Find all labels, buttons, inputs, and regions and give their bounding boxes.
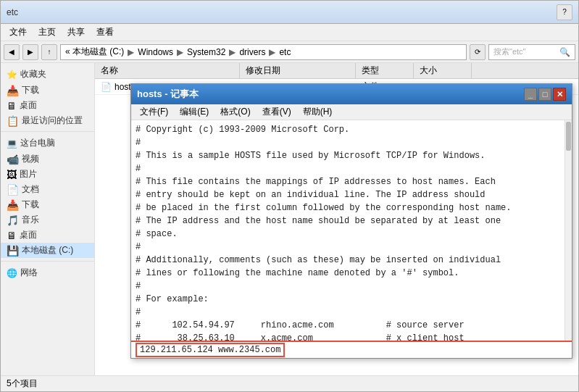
explorer-title: etc [7, 7, 557, 17]
header-name[interactable]: 名称 [95, 63, 240, 78]
help-button[interactable]: ? [557, 4, 572, 20]
music-icon: 🎵 [7, 214, 19, 226]
search-icon: 🔍 [559, 47, 570, 57]
recent-icon: 📋 [7, 115, 19, 127]
desktop2-icon: 🖥 [7, 230, 17, 241]
notepad-body: # Copyright (c) 1993-2009 Microsoft Corp… [131, 120, 572, 341]
notepad-input-line: 129.211.65.124 www.2345.com [131, 341, 572, 358]
documents-icon: 📄 [7, 184, 19, 196]
address-crumb-etc: etc [279, 47, 291, 57]
close-button[interactable]: ✕ [553, 88, 566, 101]
sidebar-item-desktop2[interactable]: 🖥 桌面 [1, 228, 94, 243]
menu-share[interactable]: 共享 [62, 25, 91, 40]
header-size[interactable]: 大小 [414, 63, 472, 78]
sidebar-item-music[interactable]: 🎵 音乐 [1, 212, 94, 228]
sidebar-separator2 [1, 261, 94, 262]
minimize-button[interactable]: _ [524, 88, 537, 101]
explorer-menubar: 文件 主页 共享 查看 [1, 24, 578, 41]
video-icon: 📹 [7, 154, 19, 165]
sidebar-item-localdisk[interactable]: 💾 本地磁盘 (C:) [1, 243, 94, 258]
sidebar-separator [1, 131, 94, 132]
notepad-content[interactable]: # Copyright (c) 1993-2009 Microsoft Corp… [131, 120, 565, 341]
address-crumb-drivers: drivers [239, 47, 265, 57]
menu-file[interactable]: 文件 [4, 25, 33, 40]
scrollbar[interactable] [565, 120, 572, 341]
forward-button[interactable]: ▶ [22, 44, 38, 60]
address-crumb-system32: System32 [187, 47, 225, 57]
maximize-button[interactable]: □ [538, 88, 551, 101]
menu-view[interactable]: 查看 [91, 25, 120, 40]
input-highlight[interactable]: 129.211.65.124 www.2345.com [136, 343, 285, 357]
file-icon: 📄 [101, 82, 112, 92]
desktop-icon: 🖥 [7, 100, 17, 112]
back-button[interactable]: ◀ [4, 44, 20, 60]
sidebar-item-desktop[interactable]: 🖥 桌面 [1, 98, 94, 113]
explorer-titlebar: etc ? [1, 1, 578, 24]
menu-view[interactable]: 查看(V) [257, 104, 297, 120]
localdisk-icon: 💾 [7, 245, 19, 257]
explorer-statusbar: 5个项目 [1, 375, 578, 391]
explorer-addressbar: ◀ ▶ ↑ « 本地磁盘 (C:) ▶ Windows ▶ System32 ▶… [1, 41, 578, 63]
download-icon: 📥 [7, 85, 19, 96]
address-path[interactable]: « 本地磁盘 (C:) ▶ Windows ▶ System32 ▶ drive… [60, 44, 467, 60]
search-text: 搜索"etc" [493, 46, 525, 57]
favorites-label: 收藏夹 [20, 68, 46, 80]
menu-file[interactable]: 文件(F) [134, 104, 174, 120]
sidebar-item-download2[interactable]: 📥 下载 [1, 197, 94, 212]
filelist-header: 名称 修改日期 类型 大小 [95, 63, 578, 79]
computer-icon: 💻 [7, 138, 17, 149]
refresh-button[interactable]: ⟳ [470, 44, 486, 60]
sidebar-item-pictures[interactable]: 🖼 图片 [1, 167, 94, 182]
notepad-title: hosts - 记事本 [137, 88, 522, 101]
network-group[interactable]: 🌐 网络 [1, 264, 94, 281]
menu-help[interactable]: 帮助(H) [297, 104, 338, 120]
header-type[interactable]: 类型 [356, 63, 414, 78]
computer-label: 这台电脑 [20, 137, 55, 149]
notepad-titlebar: hosts - 记事本 _ □ ✕ [131, 84, 572, 104]
favorites-group[interactable]: ⭐ 收藏夹 [1, 66, 94, 83]
explorer-sidebar: ⭐ 收藏夹 📥 下载 🖥 桌面 📋 最近访问的位置 💻 这台电脑 📹 [1, 63, 95, 375]
download2-icon: 📥 [7, 199, 19, 211]
menu-home[interactable]: 主页 [33, 25, 62, 40]
search-box[interactable]: 搜索"etc" 🔍 [488, 44, 575, 60]
address-crumb-local: « 本地磁盘 (C:) [65, 46, 124, 58]
notepad-menubar: 文件(F) 编辑(E) 格式(O) 查看(V) 帮助(H) [131, 104, 572, 120]
computer-group[interactable]: 💻 这台电脑 [1, 135, 94, 151]
sidebar-item-download[interactable]: 📥 下载 [1, 83, 94, 98]
sidebar-item-recent[interactable]: 📋 最近访问的位置 [1, 113, 94, 128]
sidebar-item-documents[interactable]: 📄 文档 [1, 182, 94, 197]
notepad-window: hosts - 记事本 _ □ ✕ 文件(F) 编辑(E) 格式(O) 查看(V… [130, 83, 572, 359]
items-count: 5个项目 [7, 378, 38, 390]
menu-edit[interactable]: 编辑(E) [174, 104, 214, 120]
pictures-icon: 🖼 [7, 169, 17, 180]
sidebar-item-video[interactable]: 📹 视频 [1, 151, 94, 167]
header-date[interactable]: 修改日期 [240, 63, 356, 78]
up-button[interactable]: ↑ [41, 44, 57, 60]
scrollbar-thumb[interactable] [566, 122, 571, 151]
network-label: 网络 [20, 267, 38, 279]
menu-format[interactable]: 格式(O) [214, 104, 256, 120]
address-crumb-windows: Windows [138, 47, 173, 57]
network-icon: 🌐 [7, 268, 17, 278]
favorites-icon: ⭐ [7, 70, 17, 80]
